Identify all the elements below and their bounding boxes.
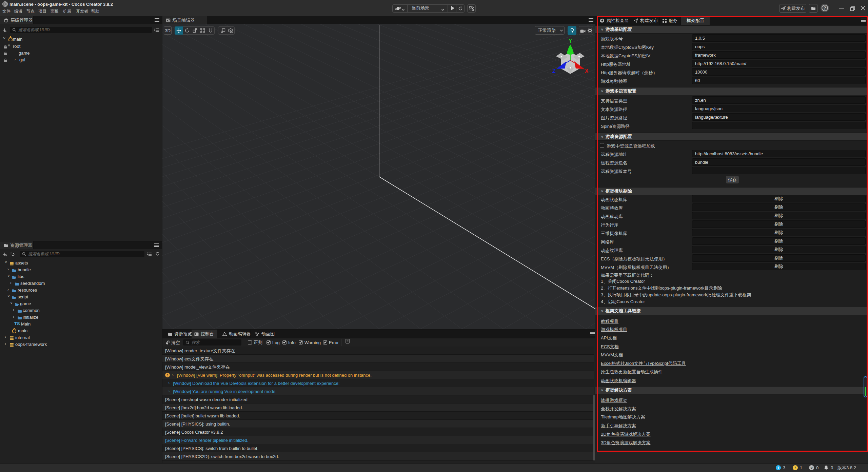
svg-text:Y: Y [569,38,572,44]
svg-text:X: X [585,68,589,74]
svg-text:Z: Z [552,68,556,74]
